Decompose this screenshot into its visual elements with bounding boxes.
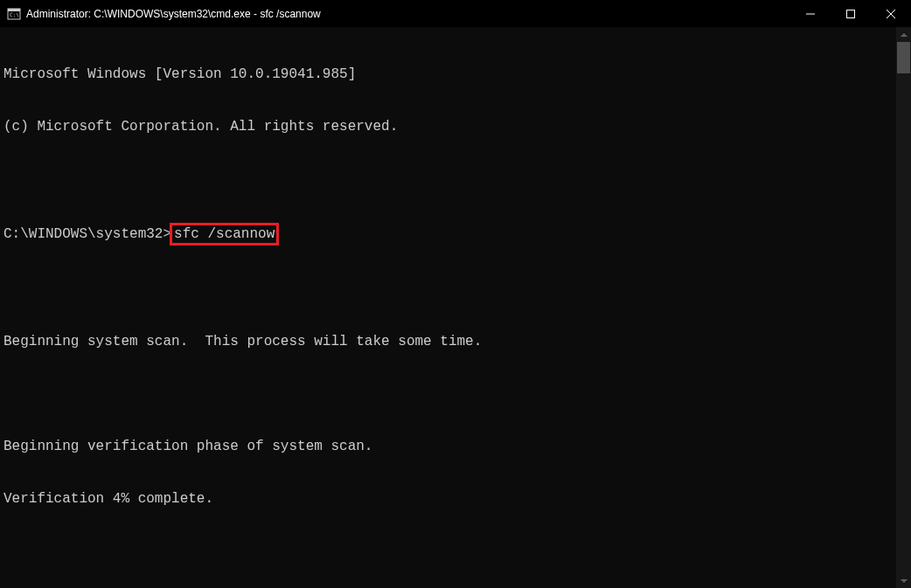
blank-line <box>3 280 896 298</box>
titlebar: C:\ Administrator: C:\WINDOWS\system32\c… <box>0 0 911 27</box>
terminal-content[interactable]: Microsoft Windows [Version 10.0.19041.98… <box>0 27 896 588</box>
output-line: (c) Microsoft Corporation. All rights re… <box>3 118 896 135</box>
svg-rect-4 <box>847 10 855 17</box>
svg-text:C:\: C:\ <box>10 11 19 17</box>
window-title: Administrator: C:\WINDOWS\system32\cmd.e… <box>26 8 790 20</box>
output-line: Beginning system scan. This process will… <box>3 333 896 350</box>
scrollbar-down-button[interactable] <box>896 573 911 588</box>
scrollbar-thumb[interactable] <box>897 42 910 73</box>
minimize-button[interactable] <box>790 0 831 27</box>
maximize-button[interactable] <box>831 0 871 27</box>
output-line: Verification 4% complete. <box>3 490 896 508</box>
prompt-line: C:\WINDOWS\system32>sfc /scannow <box>3 223 896 246</box>
prompt-text: C:\WINDOWS\system32> <box>3 226 171 242</box>
window-controls <box>790 0 911 27</box>
output-line: Beginning verification phase of system s… <box>3 438 896 455</box>
command-text: sfc /scannow <box>174 226 275 242</box>
chevron-down-icon <box>901 579 908 583</box>
scrollbar-track[interactable] <box>896 42 911 573</box>
command-highlight: sfc /scannow <box>170 223 279 246</box>
output-line: Microsoft Windows [Version 10.0.19041.98… <box>3 66 896 83</box>
scrollbar-up-button[interactable] <box>896 27 911 42</box>
blank-line <box>3 170 896 188</box>
chevron-up-icon <box>901 33 908 37</box>
blank-line <box>3 385 896 403</box>
close-button[interactable] <box>871 0 911 27</box>
vertical-scrollbar[interactable] <box>896 27 911 588</box>
terminal-area[interactable]: Microsoft Windows [Version 10.0.19041.98… <box>0 27 911 588</box>
cmd-icon: C:\ <box>7 7 21 21</box>
